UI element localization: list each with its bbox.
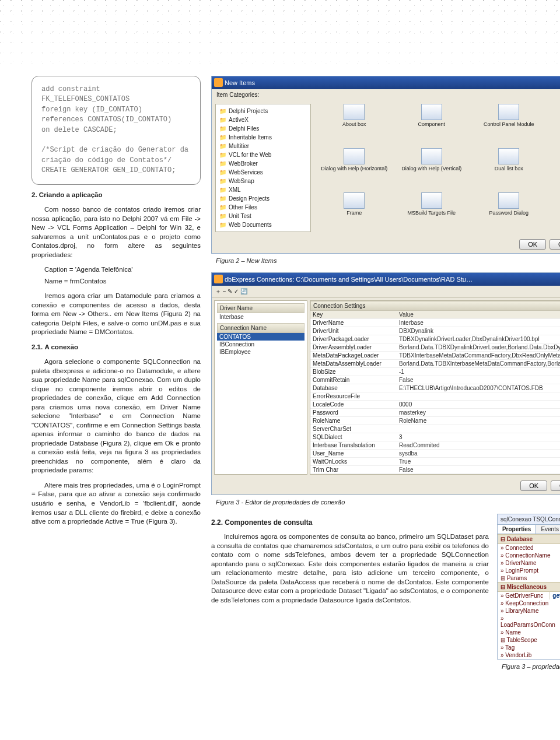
setting-row[interactable]: Interbase TransIsolationReadCommited (310, 441, 560, 450)
setting-row[interactable]: DriverPackageLoaderTDBXDynalinkDriverLoa… (310, 335, 560, 343)
new-item-component[interactable]: Component (394, 104, 468, 143)
setting-value[interactable]: True (397, 458, 560, 465)
setting-row[interactable]: MetaDataPackageLoaderTDBXInterbaseMetaDa… (310, 352, 560, 360)
property-row[interactable]: » ConnectionNameCONTATOS (498, 552, 560, 559)
cancel-button[interactable]: Cancel (551, 481, 560, 491)
setting-row[interactable]: RoleNameRoleName (310, 417, 560, 425)
connection-item[interactable]: CONTATOS (217, 333, 304, 341)
cancel-button[interactable]: Cancel (550, 239, 560, 250)
property-row[interactable]: » LibraryNamedbxint30.dll (498, 607, 560, 615)
new-item-control-panel-module[interactable]: Control Panel Module (471, 104, 546, 143)
new-item-form[interactable]: Form (548, 148, 560, 188)
tree-item[interactable]: Delphi Projects (219, 107, 307, 115)
inspector-tabs[interactable]: Properties Events (498, 525, 560, 534)
new-item-password-dialog[interactable]: Password Dialog (471, 192, 546, 232)
setting-row[interactable]: Trim CharFalse (310, 466, 560, 474)
setting-key: MetaDataPackageLoader (310, 352, 397, 359)
setting-value[interactable]: 0000 (397, 401, 560, 408)
setting-value[interactable]: 3 (397, 433, 560, 441)
tree-item[interactable]: Other Files (219, 203, 307, 212)
setting-value[interactable]: Borland.Data.TDBXDynalinkDriverLoader,Bo… (397, 343, 560, 351)
tree-item[interactable]: ActiveX (219, 115, 307, 124)
setting-row[interactable]: LocaleCode0000 (310, 401, 560, 409)
property-group[interactable]: ⊟ Miscellaneous (498, 582, 560, 592)
tree-item[interactable]: WebServices (219, 168, 307, 177)
item-icon (421, 104, 442, 120)
setting-row[interactable]: BlobSize-1 (310, 368, 560, 376)
setting-value[interactable]: -1 (397, 368, 560, 376)
ok-button[interactable]: OK (520, 481, 547, 491)
setting-row[interactable]: ErrorResourceFile (310, 392, 560, 401)
ok-button[interactable]: OK (519, 239, 546, 250)
new-item-dialog-with-help-horizontal-[interactable]: Dialog with Help (Horizontal) (317, 148, 391, 188)
setting-value[interactable]: DBXDynalink (397, 327, 560, 335)
driver-row[interactable]: Interbase (217, 313, 304, 321)
setting-value[interactable]: TDBXInterbaseMetaDataCommandFactory,DbxR… (397, 352, 560, 359)
setting-value[interactable]: masterkey (397, 409, 560, 416)
setting-row[interactable]: DriverAssemblyLoaderBorland.Data.TDBXDyn… (310, 343, 560, 352)
tree-item[interactable]: Design Projects (219, 194, 307, 203)
setting-row[interactable]: User_Namesysdba (310, 450, 560, 458)
setting-value[interactable]: False (397, 376, 560, 384)
property-row[interactable]: » LoadParamsOnConnfalse (498, 615, 560, 629)
property-value[interactable]: getSQLDriverINTERBAS (550, 592, 560, 599)
driver-panel[interactable]: Driver Name Interbase Connection Name CO… (214, 300, 307, 475)
setting-row[interactable]: DatabaseE:\THECLUB\Artigo\IntroducaoD200… (310, 384, 560, 392)
tab-properties[interactable]: Properties (498, 525, 536, 534)
new-item-msbuild-targets-file[interactable]: MSBuild Targets File (394, 192, 468, 232)
property-row[interactable]: » Tag0 (498, 644, 560, 651)
tree-item[interactable]: Web Documents (219, 220, 307, 229)
property-row[interactable]: » VendorLibfbclient.dll (498, 651, 560, 659)
setting-row[interactable]: Passwordmasterkey (310, 409, 560, 417)
setting-row[interactable]: DriverNameInterbase (310, 319, 560, 327)
setting-row[interactable]: CommitRetainFalse (310, 376, 560, 384)
property-row[interactable]: » GetDriverFuncgetSQLDriverINTERBAS (498, 592, 560, 599)
tree-item[interactable]: WebSnap (219, 177, 307, 185)
toolbar[interactable]: ＋ − ✎ ✓ 🔄 (212, 286, 560, 298)
new-item-data-module[interactable]: Data Module (548, 104, 560, 143)
property-row[interactable]: » KeepConnectiontrue (498, 599, 560, 607)
tree-item[interactable]: Inheritable Items (219, 133, 307, 142)
setting-value[interactable]: TDBXDynalinkDriverLoader,DbxDynalinkDriv… (397, 335, 560, 343)
setting-row[interactable]: ServerCharSet (310, 425, 560, 433)
new-item-dual-list-box[interactable]: Dual list box (471, 148, 546, 188)
setting-value[interactable]: False (397, 466, 560, 474)
categories-tree[interactable]: Delphi ProjectsActiveXDelphi FilesInheri… (215, 104, 311, 232)
new-item-about-box[interactable]: About box (317, 104, 391, 143)
property-group[interactable]: ⊟ Database (498, 534, 560, 544)
items-grid[interactable]: About boxComponentControl Panel ModuleDa… (314, 100, 560, 236)
setting-row[interactable]: MetaDataAssemblyLoaderBorland.Data.TDBXI… (310, 360, 560, 368)
property-row[interactable]: ⊞ Params(TWideStrings) (498, 574, 560, 582)
connection-item[interactable]: IBConnection (217, 341, 304, 348)
object-inspector-header[interactable]: sqlConexao TSQLConnection ▾ (498, 514, 560, 525)
new-item-dialog-with-help-vertical-[interactable]: Dialog with Help (Vertical) (394, 148, 468, 188)
tree-item[interactable]: VCL for the Web (219, 150, 307, 159)
tree-item[interactable]: Unit Test (219, 212, 307, 220)
setting-value[interactable]: sysdba (397, 450, 560, 457)
property-row[interactable]: » DriverNameInterbase (498, 559, 560, 567)
setting-value[interactable] (397, 425, 560, 433)
property-row[interactable]: » Connectedtrue (498, 544, 560, 552)
new-item-frame[interactable]: Frame (317, 192, 391, 232)
setting-value[interactable]: ReadCommited (397, 441, 560, 449)
setting-value[interactable] (397, 392, 560, 400)
property-key: ⊞ TableScope (498, 636, 560, 644)
property-key: » LoadParamsOnConn (498, 615, 560, 629)
tree-item[interactable]: Delphi Files (219, 124, 307, 133)
tree-item[interactable]: XML (219, 185, 307, 194)
property-row[interactable]: ⊞ TableScope[tsTable,tsView] (498, 636, 560, 644)
property-row[interactable]: » NamesqlConexao (498, 629, 560, 636)
connection-item[interactable]: IBEmployee (217, 348, 304, 356)
tree-item[interactable]: Multitier (219, 142, 307, 150)
tab-events[interactable]: Events (536, 525, 560, 534)
new-item-reconcile-error-dialog[interactable]: Reconcile Error Dialog (548, 192, 560, 232)
tree-item[interactable]: WebBroker (219, 159, 307, 168)
setting-row[interactable]: DriverUnitDBXDynalink (310, 327, 560, 335)
setting-value[interactable]: RoleName (397, 417, 560, 425)
property-row[interactable]: » LoginPromptfalse (498, 567, 560, 574)
setting-value[interactable]: Borland.Data.TDBXInterbaseMetaDataComman… (397, 360, 560, 367)
setting-row[interactable]: SQLDialect3 (310, 433, 560, 441)
setting-value[interactable]: Interbase (397, 319, 560, 327)
setting-value[interactable]: E:\THECLUB\Artigo\IntroducaoD2007\CONTAT… (397, 384, 560, 392)
setting-row[interactable]: WaitOnLocksTrue (310, 458, 560, 466)
